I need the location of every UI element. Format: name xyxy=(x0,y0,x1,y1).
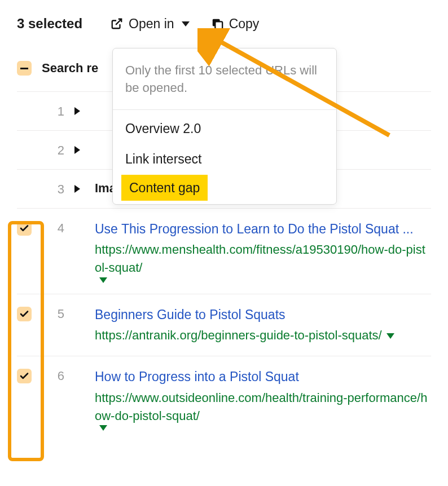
row-number: 3 xyxy=(42,181,64,197)
result-title-link[interactable]: Beginners Guide to Pistol Squats xyxy=(95,306,431,324)
dropdown-divider xyxy=(113,109,336,110)
open-in-label: Open in xyxy=(129,16,174,32)
result-url: https://antranik.org/beginners-guide-to-… xyxy=(95,326,431,344)
open-in-button[interactable]: Open in xyxy=(111,16,190,32)
dropdown-item-content-gap[interactable]: Content gap xyxy=(121,175,208,201)
expand-icon[interactable] xyxy=(74,107,80,115)
check-icon xyxy=(19,309,29,319)
svg-line-0 xyxy=(116,19,121,25)
selected-count: 3 selected xyxy=(17,16,82,32)
result-url: https://www.outsideonline.com/health/tra… xyxy=(95,389,431,431)
check-icon xyxy=(19,223,29,233)
dropdown-item-overview[interactable]: Overview 2.0 xyxy=(113,113,336,144)
table-row: 5 Beginners Guide to Pistol Squats https… xyxy=(17,294,431,356)
open-external-icon xyxy=(111,17,123,30)
expand-icon[interactable] xyxy=(74,146,80,154)
row-number: 5 xyxy=(42,306,64,321)
row-checkbox[interactable] xyxy=(17,221,32,236)
minus-icon xyxy=(20,68,28,69)
result-url-text[interactable]: https://www.menshealth.com/fitness/a1953… xyxy=(95,241,431,277)
row-number: 6 xyxy=(42,368,64,383)
row-checkbox-cell xyxy=(17,103,32,104)
row-checkbox[interactable] xyxy=(17,307,32,321)
copy-icon xyxy=(211,17,223,30)
check-icon xyxy=(19,371,29,381)
row-checkbox-cell xyxy=(17,142,32,143)
row-checkbox-cell xyxy=(17,181,32,182)
copy-label: Copy xyxy=(229,16,260,32)
url-dropdown-icon[interactable] xyxy=(99,277,107,283)
result-title-link[interactable]: Use This Progression to Learn to Do the … xyxy=(95,220,431,238)
row-number: 1 xyxy=(42,103,64,119)
toolbar-row: 3 selected Open in Copy xyxy=(0,0,448,44)
row-number: 2 xyxy=(42,142,64,158)
row-checkbox[interactable] xyxy=(17,369,32,383)
copy-button[interactable]: Copy xyxy=(211,16,260,32)
dropdown-item-link-intersect[interactable]: Link intersect xyxy=(113,144,336,175)
result-title-link[interactable]: How to Progress into a Pistol Squat xyxy=(95,368,431,386)
url-dropdown-icon[interactable] xyxy=(386,333,394,339)
column-header-search-results: Search re xyxy=(42,61,98,76)
expand-icon[interactable] xyxy=(74,185,80,193)
table-row: 6 How to Progress into a Pistol Squat ht… xyxy=(17,356,431,441)
toolbar-actions: Open in Copy xyxy=(111,16,259,32)
select-all-checkbox[interactable] xyxy=(17,61,32,76)
result-url-text[interactable]: https://www.outsideonline.com/health/tra… xyxy=(95,389,431,425)
result-url-text[interactable]: https://antranik.org/beginners-guide-to-… xyxy=(95,326,382,344)
svg-rect-2 xyxy=(215,21,222,29)
chevron-down-icon xyxy=(182,21,190,26)
dropdown-info-text: Only the first 10 selected URLs will be … xyxy=(113,48,336,100)
table-row: 4 Use This Progression to Learn to Do th… xyxy=(17,209,431,294)
open-in-dropdown: Only the first 10 selected URLs will be … xyxy=(112,48,337,205)
result-url: https://www.menshealth.com/fitness/a1953… xyxy=(95,241,431,282)
url-dropdown-icon[interactable] xyxy=(99,425,107,431)
row-number: 4 xyxy=(42,220,64,236)
